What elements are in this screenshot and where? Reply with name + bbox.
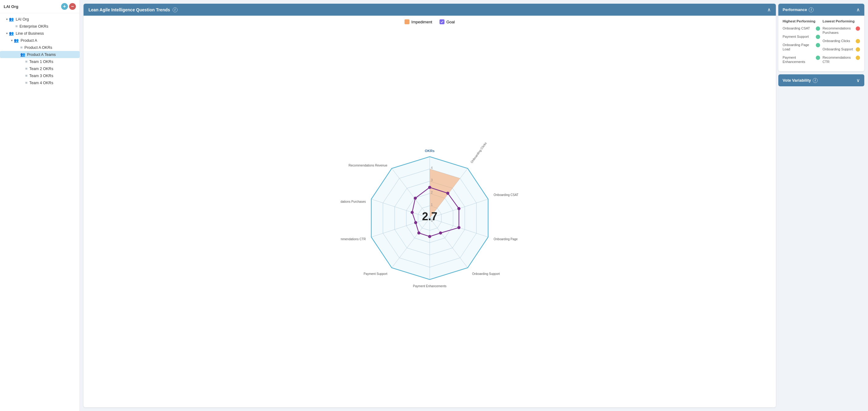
chart-header-left: Lean Agile Intelligence Question Trends …	[89, 7, 178, 12]
svg-point-27	[414, 197, 417, 200]
chart-title: Lean Agile Intelligence Question Trends	[89, 7, 170, 12]
svg-point-18	[428, 186, 431, 189]
sidebar-title: LAI Org	[4, 4, 19, 9]
perf-label: Onboarding Clicks	[823, 39, 854, 43]
tree-item-label: Enterprise OKRs	[20, 24, 49, 29]
svg-text:Recommendations Purchases: Recommendations Purchases	[341, 200, 366, 203]
performance-collapse-btn[interactable]: ∧	[856, 7, 860, 12]
vote-variability-collapse-btn[interactable]: ∨	[856, 77, 860, 83]
svg-text:Onboarding Support: Onboarding Support	[472, 272, 500, 276]
chevron-icon: ▾	[6, 32, 8, 35]
svg-point-19	[446, 192, 450, 195]
perf-dot	[816, 56, 820, 60]
tree-item-label: Team 4 OKRs	[30, 81, 54, 85]
chart-area: 4 3 2 1 0 OKRs Onboarding Clicks Onboard…	[84, 26, 776, 407]
add-button[interactable]: +	[61, 3, 68, 10]
sidebar-item-product-a[interactable]: ▾👥Product A	[0, 37, 80, 44]
legend-impediment: Impediment	[404, 19, 432, 24]
tree-item-label: Product A OKRs	[25, 45, 52, 50]
okr-icon: ≡	[25, 73, 28, 78]
performance-title: Performance	[783, 7, 807, 12]
svg-text:Payment Enhancements: Payment Enhancements	[413, 284, 446, 288]
chart-panel: Lean Agile Intelligence Question Trends …	[84, 4, 776, 407]
perf-label: Onboarding Page Load	[783, 43, 814, 52]
sidebar-item-team3-okrs[interactable]: ≡Team 3 OKRs	[0, 72, 80, 79]
okr-icon: ≡	[25, 81, 28, 85]
perf-row: Payment Support	[783, 34, 820, 39]
chart-header: Lean Agile Intelligence Question Trends …	[84, 4, 776, 16]
highest-col-title: Highest Performing	[783, 19, 820, 23]
vote-variability-info-icon[interactable]: i	[813, 78, 818, 83]
svg-point-26	[411, 211, 414, 214]
svg-point-20	[457, 207, 460, 210]
okr-icon: ≡	[25, 66, 28, 71]
radar-chart: 4 3 2 1 0 OKRs Onboarding Clicks Onboard…	[341, 127, 519, 306]
radar-svg: 4 3 2 1 0 OKRs Onboarding Clicks Onboard…	[341, 127, 519, 306]
perf-dot	[856, 56, 860, 60]
svg-text:Onboarding CSAT: Onboarding CSAT	[494, 193, 519, 197]
sidebar-item-product-a-okrs[interactable]: ≡Product A OKRs	[0, 44, 80, 51]
perf-row: Payment Enhancements	[783, 55, 820, 64]
group-icon: 👥	[14, 38, 19, 43]
tree-item-label: Team 3 OKRs	[30, 74, 54, 78]
svg-point-22	[439, 231, 442, 234]
sidebar: LAI Org + − ▾👥LAI Org≡Enterprise OKRs▾👥L…	[0, 0, 80, 411]
okr-icon: ≡	[25, 59, 28, 64]
chevron-icon: ▾	[11, 39, 12, 42]
perf-row: Onboarding Page Load	[783, 43, 820, 52]
legend-goal: Goal	[439, 19, 455, 24]
svg-text:3: 3	[431, 179, 433, 182]
perf-label: Payment Enhancements	[783, 55, 814, 64]
performance-cols: Highest Performing Onboarding CSAT Payme…	[783, 19, 860, 68]
tree-item-label: LAI Org	[16, 17, 29, 22]
perf-row: Recommendations Purchases	[823, 26, 860, 35]
svg-text:0: 0	[431, 219, 433, 222]
perf-label: Recommendations Purchases	[823, 26, 854, 35]
perf-dot	[856, 39, 860, 43]
svg-text:4: 4	[431, 166, 433, 169]
right-panel: Performance i ∧ Highest Performing Onboa…	[778, 4, 864, 407]
sidebar-item-team4-okrs[interactable]: ≡Team 4 OKRs	[0, 79, 80, 86]
perf-dot	[816, 43, 820, 47]
group-icon: 👥	[9, 31, 14, 36]
perf-label: Onboarding Support	[823, 47, 854, 51]
sidebar-item-team2-okrs[interactable]: ≡Team 2 OKRs	[0, 65, 80, 72]
group-icon: 👥	[20, 52, 25, 57]
sidebar-item-product-a-teams[interactable]: 👥Product A Teams	[0, 51, 80, 58]
okr-icon: ≡	[20, 45, 23, 50]
perf-dot	[816, 35, 820, 39]
perf-dot	[816, 26, 820, 31]
performance-info-icon[interactable]: i	[809, 7, 814, 12]
impediment-box	[404, 19, 409, 24]
sidebar-item-team1-okrs[interactable]: ≡Team 1 OKRs	[0, 58, 80, 65]
svg-point-25	[414, 221, 417, 224]
sidebar-item-enterprise-okrs[interactable]: ≡Enterprise OKRs	[0, 23, 80, 30]
sidebar-header: LAI Org + −	[0, 0, 80, 13]
perf-label: Recommendations CTR	[823, 55, 854, 64]
tree-item-label: Line of Business	[16, 31, 44, 36]
tree-item-label: Product A Teams	[27, 53, 56, 57]
svg-text:Recommendations CTR: Recommendations CTR	[341, 238, 366, 241]
goal-check	[439, 19, 444, 24]
perf-label: Payment Support	[783, 34, 814, 39]
svg-text:Recommendations Revenue: Recommendations Revenue	[349, 164, 388, 167]
tree: ▾👥LAI Org≡Enterprise OKRs▾👥Line of Busin…	[0, 13, 80, 89]
performance-header-left: Performance i	[783, 7, 814, 12]
remove-button[interactable]: −	[69, 3, 76, 10]
vote-variability-card[interactable]: Vote Variability i ∨	[778, 74, 864, 86]
svg-point-24	[417, 231, 421, 234]
svg-text:2: 2	[431, 191, 433, 194]
sidebar-item-line-of-business[interactable]: ▾👥Line of Business	[0, 30, 80, 37]
chart-info-icon[interactable]: i	[173, 7, 178, 12]
okr-icon: ≡	[16, 24, 18, 29]
chart-collapse-btn[interactable]: ∧	[767, 7, 771, 12]
perf-row: Onboarding Support	[823, 47, 860, 52]
group-icon: 👥	[9, 17, 14, 22]
perf-dot	[856, 47, 860, 52]
performance-card: Performance i ∧ Highest Performing Onboa…	[778, 4, 864, 71]
sidebar-buttons: + −	[61, 3, 76, 10]
sidebar-item-lai-org[interactable]: ▾👥LAI Org	[0, 16, 80, 23]
svg-text:1: 1	[431, 203, 433, 207]
svg-text:OKRs: OKRs	[425, 149, 435, 153]
lowest-performing-col: Lowest Performing Recommendations Purcha…	[823, 19, 860, 68]
